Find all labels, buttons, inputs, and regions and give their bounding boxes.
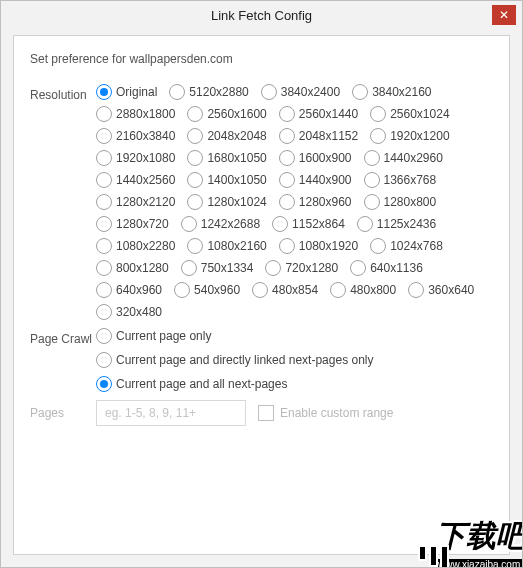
resolution-option[interactable]: 1920x1080 bbox=[96, 150, 175, 166]
resolution-option[interactable]: 2048x2048 bbox=[187, 128, 266, 144]
resolution-option[interactable]: 1242x2688 bbox=[181, 216, 260, 232]
resolution-option-label: 1024x768 bbox=[390, 239, 443, 253]
radio-icon bbox=[261, 84, 277, 100]
resolution-label: Resolution bbox=[30, 84, 96, 102]
radio-icon bbox=[96, 282, 112, 298]
close-button[interactable]: ✕ bbox=[492, 5, 516, 25]
resolution-option-label: 1400x1050 bbox=[207, 173, 266, 187]
page-crawl-option[interactable]: Current page only bbox=[96, 328, 373, 344]
resolution-option[interactable]: Original bbox=[96, 84, 157, 100]
resolution-option-label: 320x480 bbox=[116, 305, 162, 319]
pages-row: Pages Enable custom range bbox=[30, 400, 493, 426]
resolution-option[interactable]: 1280x800 bbox=[364, 194, 437, 210]
radio-icon bbox=[96, 150, 112, 166]
resolution-option[interactable]: 2560x1024 bbox=[370, 106, 449, 122]
resolution-option[interactable]: 3840x2160 bbox=[352, 84, 431, 100]
resolution-option-label: 3840x2160 bbox=[372, 85, 431, 99]
resolution-option-label: 3840x2400 bbox=[281, 85, 340, 99]
resolution-option[interactable]: 1280x960 bbox=[279, 194, 352, 210]
resolution-option[interactable]: 2160x3840 bbox=[96, 128, 175, 144]
resolution-option-label: 1280x2120 bbox=[116, 195, 175, 209]
resolution-option-label: 2560x1440 bbox=[299, 107, 358, 121]
resolution-option[interactable]: 1920x1200 bbox=[370, 128, 449, 144]
resolution-option[interactable]: 1080x1920 bbox=[279, 238, 358, 254]
resolution-option[interactable]: 1440x2560 bbox=[96, 172, 175, 188]
resolution-option[interactable]: 480x800 bbox=[330, 282, 396, 298]
resolution-option[interactable]: 640x1136 bbox=[350, 260, 423, 276]
radio-icon bbox=[370, 106, 386, 122]
resolution-option-label: 1125x2436 bbox=[377, 217, 436, 231]
resolution-option[interactable]: 5120x2880 bbox=[169, 84, 248, 100]
page-crawl-option[interactable]: Current page and all next-pages bbox=[96, 376, 373, 392]
radio-icon bbox=[279, 194, 295, 210]
radio-icon bbox=[96, 84, 112, 100]
resolution-option-label: 1440x2960 bbox=[384, 151, 443, 165]
resolution-option[interactable]: 1280x720 bbox=[96, 216, 169, 232]
resolution-option[interactable]: 720x1280 bbox=[265, 260, 338, 276]
resolution-option-label: 1080x2280 bbox=[116, 239, 175, 253]
resolution-option-label: 2560x1024 bbox=[390, 107, 449, 121]
resolution-option-label: 480x800 bbox=[350, 283, 396, 297]
radio-icon bbox=[187, 172, 203, 188]
resolution-option[interactable]: 1280x2120 bbox=[96, 194, 175, 210]
page-crawl-option-label: Current page and all next-pages bbox=[116, 377, 287, 391]
resolution-option[interactable]: 1125x2436 bbox=[357, 216, 436, 232]
resolution-option[interactable]: 800x1280 bbox=[96, 260, 169, 276]
resolution-option-label: 1280x1024 bbox=[207, 195, 266, 209]
resolution-option[interactable]: 2560x1600 bbox=[187, 106, 266, 122]
resolution-option-label: 1280x720 bbox=[116, 217, 169, 231]
resolution-option[interactable]: 1152x864 bbox=[272, 216, 345, 232]
pages-input[interactable] bbox=[96, 400, 246, 426]
resolution-option-label: 1280x960 bbox=[299, 195, 352, 209]
resolution-option[interactable]: 1440x2960 bbox=[364, 150, 443, 166]
page-crawl-label: Page Crawl bbox=[30, 328, 96, 346]
resolution-option[interactable]: 1366x768 bbox=[364, 172, 437, 188]
radio-icon bbox=[330, 282, 346, 298]
dialog-window: Link Fetch Config ✕ Set preference for w… bbox=[0, 0, 523, 568]
resolution-option-label: 1920x1080 bbox=[116, 151, 175, 165]
resolution-option[interactable]: 1024x768 bbox=[370, 238, 443, 254]
radio-icon bbox=[96, 194, 112, 210]
radio-icon bbox=[364, 194, 380, 210]
resolution-option-label: 1080x2160 bbox=[207, 239, 266, 253]
resolution-option[interactable]: 360x640 bbox=[408, 282, 474, 298]
radio-icon bbox=[96, 106, 112, 122]
resolution-option[interactable]: 480x854 bbox=[252, 282, 318, 298]
radio-icon bbox=[364, 172, 380, 188]
resolution-option[interactable]: 320x480 bbox=[96, 304, 162, 320]
resolution-option[interactable]: 1680x1050 bbox=[187, 150, 266, 166]
resolution-option-label: 1440x2560 bbox=[116, 173, 175, 187]
radio-icon bbox=[364, 150, 380, 166]
content-panel: Set preference for wallpapersden.com Res… bbox=[13, 35, 510, 555]
radio-icon bbox=[265, 260, 281, 276]
resolution-option-label: 640x960 bbox=[116, 283, 162, 297]
radio-icon bbox=[187, 150, 203, 166]
radio-icon bbox=[96, 238, 112, 254]
radio-icon bbox=[96, 216, 112, 232]
resolution-option-label: 720x1280 bbox=[285, 261, 338, 275]
resolution-option-label: 2048x1152 bbox=[299, 129, 358, 143]
resolution-option[interactable]: 1400x1050 bbox=[187, 172, 266, 188]
page-crawl-option[interactable]: Current page and directly linked next-pa… bbox=[96, 352, 373, 368]
resolution-option-label: 1242x2688 bbox=[201, 217, 260, 231]
resolution-option[interactable]: 540x960 bbox=[174, 282, 240, 298]
resolution-option[interactable]: 2560x1440 bbox=[279, 106, 358, 122]
resolution-option[interactable]: 1080x2160 bbox=[187, 238, 266, 254]
resolution-option[interactable]: 1080x2280 bbox=[96, 238, 175, 254]
radio-icon bbox=[181, 216, 197, 232]
resolution-option[interactable]: 1440x900 bbox=[279, 172, 352, 188]
resolution-option[interactable]: 1280x1024 bbox=[187, 194, 266, 210]
resolution-option[interactable]: 750x1334 bbox=[181, 260, 254, 276]
resolution-option[interactable]: 640x960 bbox=[96, 282, 162, 298]
resolution-option-label: 5120x2880 bbox=[189, 85, 248, 99]
enable-custom-range-checkbox[interactable] bbox=[258, 405, 274, 421]
resolution-option[interactable]: 2880x1800 bbox=[96, 106, 175, 122]
resolution-option[interactable]: 1600x900 bbox=[279, 150, 352, 166]
radio-icon bbox=[187, 106, 203, 122]
resolution-option-label: 750x1334 bbox=[201, 261, 254, 275]
resolution-option[interactable]: 3840x2400 bbox=[261, 84, 340, 100]
radio-icon bbox=[352, 84, 368, 100]
resolution-option[interactable]: 2048x1152 bbox=[279, 128, 358, 144]
radio-icon bbox=[169, 84, 185, 100]
resolution-option-label: 1080x1920 bbox=[299, 239, 358, 253]
